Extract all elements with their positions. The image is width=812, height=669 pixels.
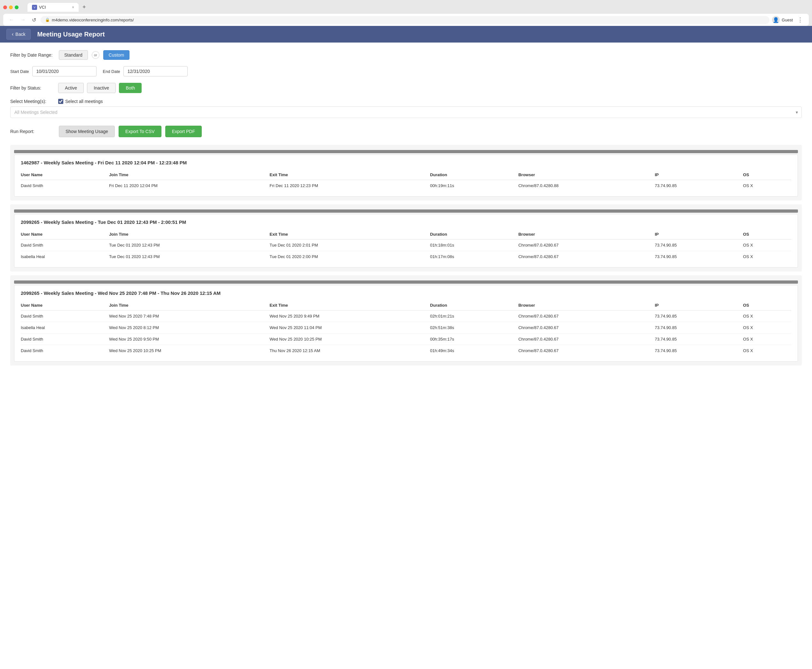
browser-tab-active[interactable]: V VCI × xyxy=(27,3,79,12)
table-cell-6: OS X xyxy=(743,180,791,192)
profile-label: Guest xyxy=(782,18,793,22)
table-cell-1: Wed Nov 25 2020 10:25 PM xyxy=(109,345,270,356)
profile-icon: 👤 xyxy=(772,16,780,24)
back-nav-button[interactable]: ← xyxy=(7,16,16,24)
address-text: m4demo.videoconferencinginfo.com/reports… xyxy=(52,18,134,22)
select-all-checkbox[interactable] xyxy=(58,99,63,104)
table-cell-0: Isabella Heal xyxy=(21,251,109,262)
new-tab-button[interactable]: + xyxy=(80,3,89,12)
start-date-field: Start Date xyxy=(10,66,97,76)
table-row: David SmithFri Dec 11 2020 12:04 PMFri D… xyxy=(21,180,791,192)
table-cell-2: Wed Nov 25 2020 11:04 PM xyxy=(270,322,430,334)
report-table: User NameJoin TimeExit TimeDurationBrows… xyxy=(21,170,791,191)
table-cell-3: 02h:51m:38s xyxy=(430,322,518,334)
end-date-input[interactable] xyxy=(123,66,188,76)
table-cell-5: 73.74.90.85 xyxy=(655,240,743,251)
table-cell-4: Chrome/87.0.4280.67 xyxy=(518,345,655,356)
table-cell-3: 00h:19m:11s xyxy=(430,180,518,192)
close-window-icon[interactable] xyxy=(3,5,7,9)
back-arrow-icon: ‹ xyxy=(12,31,13,37)
table-cell-3: 01h:18m:01s xyxy=(430,240,518,251)
divider-bar-top xyxy=(14,281,798,284)
table-row: David SmithWed Nov 25 2020 9:50 PMWed No… xyxy=(21,334,791,345)
table-cell-3: 01h:49m:34s xyxy=(430,345,518,356)
table-header-join-time: Join Time xyxy=(109,229,270,240)
report-card-title: 2099265 - Weekly Sales Meeting - Tue Dec… xyxy=(21,219,791,225)
inactive-status-button[interactable]: Inactive xyxy=(87,83,116,93)
minimize-window-icon[interactable] xyxy=(9,5,13,9)
table-cell-6: OS X xyxy=(743,311,791,322)
table-cell-2: Tue Dec 01 2020 2:00 PM xyxy=(270,251,430,262)
table-cell-4: Chrome/87.0.4280.67 xyxy=(518,251,655,262)
table-header-join-time: Join Time xyxy=(109,170,270,180)
table-cell-2: Wed Nov 25 2020 10:25 PM xyxy=(270,334,430,345)
table-cell-5: 73.74.90.85 xyxy=(655,334,743,345)
table-cell-3: 00h:35m:17s xyxy=(430,334,518,345)
table-cell-2: Thu Nov 26 2020 12:15 AM xyxy=(270,345,430,356)
select-meetings-label: Select Meeting(s): xyxy=(10,99,55,104)
table-header-join-time: Join Time xyxy=(109,300,270,311)
browser-menu-icon[interactable]: ⋮ xyxy=(795,16,805,24)
table-header-user-name: User Name xyxy=(21,300,109,311)
table-header-browser: Browser xyxy=(518,170,655,180)
both-status-button[interactable]: Both xyxy=(119,83,142,93)
start-date-label: Start Date xyxy=(10,69,29,74)
back-button[interactable]: ‹ Back xyxy=(7,29,31,40)
table-row: David SmithWed Nov 25 2020 7:48 PMWed No… xyxy=(21,311,791,322)
report-card-2: 2099265 - Weekly Sales Meeting - Wed Nov… xyxy=(14,285,798,362)
select-all-text: Select all meetings xyxy=(65,99,103,104)
table-cell-1: Tue Dec 01 2020 12:43 PM xyxy=(109,251,270,262)
export-pdf-button[interactable]: Export PDF xyxy=(165,126,202,137)
reload-nav-button[interactable]: ↺ xyxy=(30,16,38,24)
address-bar[interactable]: 🔒 m4demo.videoconferencinginfo.com/repor… xyxy=(40,16,770,24)
divider-bar-top xyxy=(14,150,798,153)
table-cell-1: Wed Nov 25 2020 7:48 PM xyxy=(109,311,270,322)
report-table: User NameJoin TimeExit TimeDurationBrows… xyxy=(21,229,791,262)
table-cell-1: Tue Dec 01 2020 12:43 PM xyxy=(109,240,270,251)
standard-button[interactable]: Standard xyxy=(59,50,88,60)
filter-status-label: Filter by Status: xyxy=(10,86,55,91)
tab-close-icon[interactable]: × xyxy=(72,5,74,10)
custom-button[interactable]: Custom xyxy=(103,50,129,60)
table-cell-5: 73.74.90.85 xyxy=(655,322,743,334)
table-header-os: OS xyxy=(743,300,791,311)
tab-title: VCI xyxy=(39,5,46,10)
table-cell-0: David Smith xyxy=(21,240,109,251)
active-status-button[interactable]: Active xyxy=(58,83,84,93)
start-date-input[interactable] xyxy=(32,66,97,76)
export-csv-button[interactable]: Export To CSV xyxy=(119,126,161,137)
show-meeting-usage-button[interactable]: Show Meeting Usage xyxy=(59,126,115,137)
meetings-select-container: All Meetings Selected ▾ xyxy=(10,106,802,118)
table-cell-3: 01h:17m:08s xyxy=(430,251,518,262)
tab-favicon: V xyxy=(32,5,37,10)
filter-date-range-label: Filter by Date Range: xyxy=(10,52,55,57)
meetings-select[interactable]: All Meetings Selected xyxy=(10,106,802,118)
report-sections: 1462987 - Weekly Sales Meeting - Fri Dec… xyxy=(10,145,802,365)
or-badge: or xyxy=(92,51,99,59)
table-header-duration: Duration xyxy=(430,300,518,311)
table-header-ip: IP xyxy=(655,300,743,311)
browser-chrome: V VCI × + ← → ↺ 🔒 m4demo.videoconferenci… xyxy=(0,0,812,26)
table-row: Isabella HealWed Nov 25 2020 8:12 PMWed … xyxy=(21,322,791,334)
table-cell-0: David Smith xyxy=(21,311,109,322)
table-header-duration: Duration xyxy=(430,229,518,240)
maximize-window-icon[interactable] xyxy=(15,5,18,9)
report-card-1: 2099265 - Weekly Sales Meeting - Tue Dec… xyxy=(14,214,798,268)
table-cell-2: Fri Dec 11 2020 12:23 PM xyxy=(270,180,430,192)
table-cell-1: Wed Nov 25 2020 8:12 PM xyxy=(109,322,270,334)
table-cell-5: 73.74.90.85 xyxy=(655,180,743,192)
page-title: Meeting Usage Report xyxy=(37,31,104,38)
table-header-ip: IP xyxy=(655,229,743,240)
forward-nav-button[interactable]: → xyxy=(18,16,27,24)
table-cell-6: OS X xyxy=(743,345,791,356)
table-header-os: OS xyxy=(743,229,791,240)
browser-profile[interactable]: 👤 Guest xyxy=(772,16,793,24)
app-header: ‹ Back Meeting Usage Report xyxy=(0,26,812,42)
report-table: User NameJoin TimeExit TimeDurationBrows… xyxy=(21,300,791,356)
main-content: Filter by Date Range: Standard or Custom… xyxy=(0,42,812,669)
table-cell-0: David Smith xyxy=(21,180,109,192)
table-cell-0: Isabella Heal xyxy=(21,322,109,334)
date-row: Start Date End Date xyxy=(10,66,802,76)
back-button-label: Back xyxy=(15,32,25,37)
table-cell-0: David Smith xyxy=(21,334,109,345)
